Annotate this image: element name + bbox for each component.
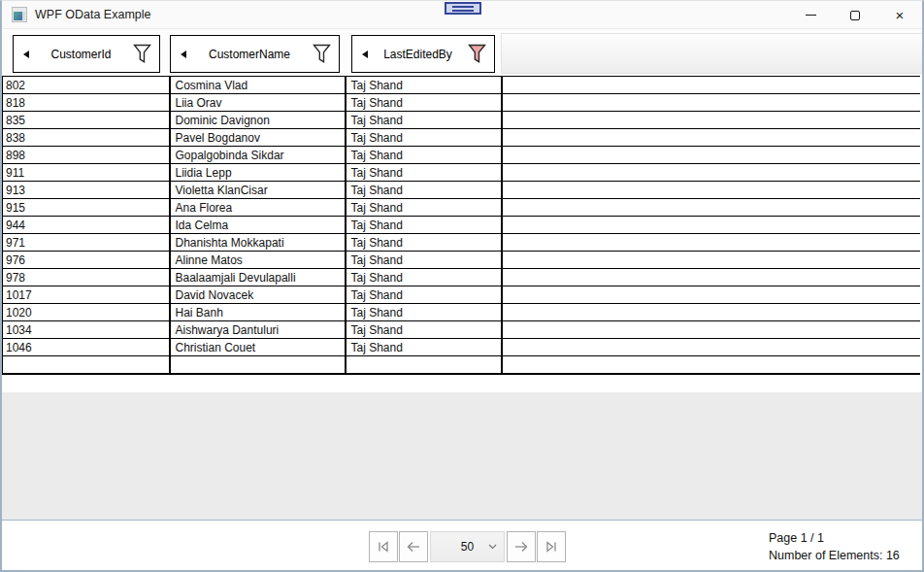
grid-cell[interactable]: 1034 [3,321,170,339]
page-size-dropdown[interactable]: 50 [430,531,505,562]
grid-cell[interactable]: Taj Shand [346,182,502,199]
column-header-label: LastEditedBy [368,48,468,61]
table-row: 1034Aishwarya DantuluriTaj Shand [3,321,921,339]
column-header-lasteditedby[interactable]: LastEditedBy [351,35,495,73]
grid-cell[interactable]: 818 [3,94,170,112]
grid-cell[interactable] [502,199,921,217]
grid-cell[interactable]: 978 [3,269,170,286]
grid-cell[interactable]: Gopalgobinda Sikdar [170,147,346,164]
grid-cell[interactable]: Cosmina Vlad [170,77,346,94]
grid-cell[interactable]: Liia Orav [170,94,346,112]
grid-cell[interactable]: 911 [3,164,170,182]
grid-cell[interactable]: Violetta KlanCisar [170,182,346,199]
grid-cell[interactable]: 976 [3,252,170,269]
last-page-button[interactable] [537,531,566,562]
grid-cell[interactable]: Ana Florea [170,199,346,217]
grid-cell[interactable]: Taj Shand [346,94,502,112]
app-icon[interactable] [12,7,27,22]
table-row [3,356,921,374]
grid-cell[interactable]: Taj Shand [346,129,502,147]
grid-cell[interactable]: Alinne Matos [170,252,346,269]
grid-cell[interactable] [502,112,921,129]
first-page-button[interactable] [369,531,398,562]
grid-cell[interactable] [346,356,502,374]
table-row: 898Gopalgobinda SikdarTaj Shand [3,147,921,164]
grid-cell[interactable]: 1046 [3,339,170,356]
grid-cell[interactable]: 944 [3,217,170,234]
column-header-customername[interactable]: CustomerName [170,35,340,73]
grid-cell[interactable]: 898 [3,147,170,164]
grid-cell[interactable] [502,77,921,94]
grid-cell[interactable]: 835 [3,112,170,129]
grid-cell[interactable]: Taj Shand [346,252,502,269]
grid-cell[interactable]: Taj Shand [346,217,502,234]
minimize-button[interactable] [788,1,833,29]
grid-cell[interactable] [502,286,921,304]
grid-cell[interactable]: Taj Shand [346,77,502,94]
grid-cell[interactable] [502,321,921,339]
grid-cell[interactable]: Taj Shand [346,304,502,321]
grid-cell[interactable] [502,356,921,374]
data-grid: 802Cosmina VladTaj Shand818Liia OravTaj … [2,76,920,375]
grid-cell[interactable]: Ida Celma [170,217,346,234]
grid-cell[interactable] [502,164,921,182]
previous-page-button[interactable] [399,531,428,562]
grid-cell[interactable] [502,217,921,234]
column-header-label: CustomerName [186,48,313,61]
grid-cell[interactable] [502,339,921,356]
grid-cell[interactable]: Taj Shand [346,269,502,286]
grid-cell[interactable] [502,304,921,321]
last-page-icon [544,539,559,555]
maximize-icon [850,11,860,20]
column-header-customerid[interactable]: CustomerId [13,35,160,73]
close-button[interactable]: × [877,1,922,29]
grid-cell[interactable]: 1017 [3,286,170,304]
grid-cell[interactable]: Christian Couet [170,339,346,356]
grid-cell[interactable]: Taj Shand [346,234,502,252]
grid-cell[interactable]: 915 [3,199,170,217]
grid-cell[interactable]: Taj Shand [346,112,502,129]
grid-cell[interactable] [3,356,170,374]
grid-cell[interactable]: David Novacek [170,286,346,304]
table-row: 976Alinne MatosTaj Shand [3,252,921,269]
snap-layout-indicator[interactable] [445,2,481,15]
table-row: 818Liia OravTaj Shand [3,94,921,112]
grid-cell[interactable]: Liidia Lepp [170,164,346,182]
pagination-controls: 50 [369,531,566,562]
filter-funnel-icon[interactable] [133,44,151,64]
grid-cell[interactable] [502,147,921,164]
grid-cell[interactable]: 913 [3,182,170,199]
grid-cell[interactable] [502,94,921,112]
grid-cell[interactable]: Dominic Davignon [170,112,346,129]
grid-cell[interactable]: 802 [3,77,170,94]
grid-cell[interactable] [502,129,921,147]
grid-cell[interactable]: Taj Shand [346,199,502,217]
table-row: 913Violetta KlanCisarTaj Shand [3,182,921,199]
close-icon: × [896,8,905,22]
grid-cell[interactable]: Taj Shand [346,147,502,164]
table-row: 978Baalaamjali DevulapalliTaj Shand [3,269,921,286]
grid-cell[interactable]: 838 [3,129,170,147]
grid-cell[interactable] [502,252,921,269]
grid-cell[interactable]: 971 [3,234,170,252]
grid-cell[interactable]: Taj Shand [346,339,502,356]
grid-cell[interactable]: Taj Shand [346,164,502,182]
grid-cell[interactable]: Hai Banh [170,304,346,321]
grid-cell[interactable]: Aishwarya Dantuluri [170,321,346,339]
next-page-button[interactable] [507,531,536,562]
page-info: Page 1 / 1 Number of Elements: 16 [769,529,900,564]
grid-cell[interactable]: Pavel Bogdanov [170,129,346,147]
grid-cell[interactable] [502,182,921,199]
grid-cell[interactable] [502,234,921,252]
grid-cell[interactable]: Taj Shand [346,321,502,339]
grid-cell[interactable] [502,269,921,286]
grid-cell[interactable]: 1020 [3,304,170,321]
page-label: Page 1 / 1 [769,529,900,547]
grid-cell[interactable]: Taj Shand [346,286,502,304]
grid-cell[interactable]: Baalaamjali Devulapalli [170,269,346,286]
grid-cell[interactable]: Dhanishta Mokkapati [170,234,346,252]
filter-funnel-icon[interactable] [313,44,331,64]
grid-cell[interactable] [170,356,346,374]
filter-funnel-icon[interactable] [468,44,486,64]
maximize-button[interactable] [833,1,877,29]
